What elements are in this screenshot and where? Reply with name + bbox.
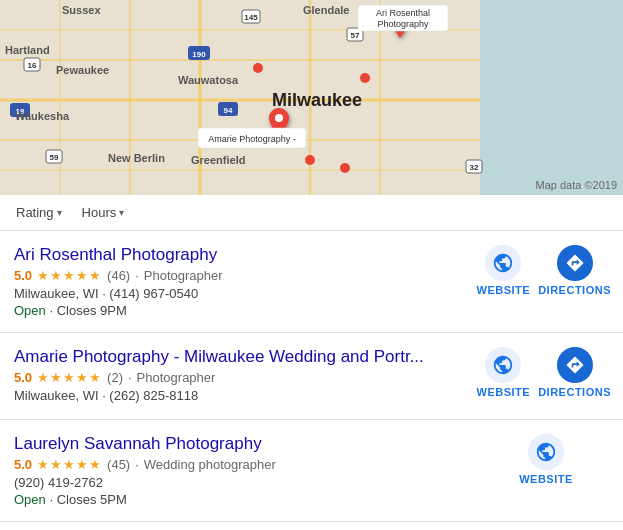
result-actions: WEBSITE — [481, 434, 611, 485]
svg-text:New Berlin: New Berlin — [108, 152, 165, 164]
rating-row: 5.0 ★★★★★ (2) · Photographer — [14, 370, 467, 385]
result-info: Laurelyn Savannah Photography 5.0 ★★★★★ … — [14, 434, 471, 507]
result-name[interactable]: Amarie Photography - Milwaukee Wedding a… — [14, 347, 467, 367]
website-button[interactable]: WEBSITE — [519, 434, 573, 485]
result-actions: WEBSITE DIRECTIONS — [477, 347, 611, 398]
svg-point-40 — [275, 114, 283, 122]
svg-point-45 — [305, 155, 315, 165]
svg-text:Amarie Photography -: Amarie Photography - — [208, 134, 296, 144]
globe-icon — [528, 434, 564, 470]
svg-text:Pewaukee: Pewaukee — [56, 64, 109, 76]
svg-rect-0 — [480, 0, 623, 195]
action-row: WEBSITE DIRECTIONS — [477, 347, 611, 398]
svg-text:Glendale: Glendale — [303, 4, 349, 16]
address-phone: (920) 419-2762 — [14, 475, 471, 490]
svg-point-44 — [360, 73, 370, 83]
action-row: WEBSITE DIRECTIONS — [477, 245, 611, 296]
close-info: · Closes 5PM — [49, 492, 126, 507]
result-item: Laurelyn Savannah Photography 5.0 ★★★★★ … — [0, 420, 623, 522]
svg-text:190: 190 — [192, 50, 206, 59]
category: Photographer — [144, 268, 223, 283]
svg-text:Milwaukee: Milwaukee — [272, 90, 362, 110]
result-item: Amarie Photography - Milwaukee Wedding a… — [0, 333, 623, 420]
rating-label: Rating — [16, 205, 54, 220]
rating-number: 5.0 — [14, 457, 32, 472]
separator: · — [135, 268, 139, 283]
result-info: Ari Rosenthal Photography 5.0 ★★★★★ (46)… — [14, 245, 467, 318]
category: Photographer — [137, 370, 216, 385]
result-name[interactable]: Laurelyn Savannah Photography — [14, 434, 471, 454]
svg-text:Waukesha: Waukesha — [15, 110, 70, 122]
separator: · — [128, 370, 132, 385]
hours-filter-button[interactable]: Hours ▾ — [78, 203, 129, 222]
globe-icon — [485, 347, 521, 383]
hours-chevron-icon: ▾ — [119, 207, 124, 218]
review-count: (45) — [107, 457, 130, 472]
stars: ★★★★★ — [37, 457, 102, 472]
action-row: WEBSITE — [519, 434, 573, 485]
website-label: WEBSITE — [477, 284, 531, 296]
stars: ★★★★★ — [37, 268, 102, 283]
open-status: Open — [14, 303, 46, 318]
hours: Open · Closes 5PM — [14, 492, 471, 507]
close-info: · Closes 9PM — [49, 303, 126, 318]
review-count: (46) — [107, 268, 130, 283]
website-label: WEBSITE — [477, 386, 531, 398]
address-phone: Milwaukee, WI · (262) 825-8118 — [14, 388, 467, 403]
directions-label: DIRECTIONS — [538, 386, 611, 398]
svg-text:59: 59 — [50, 153, 59, 162]
rating-row: 5.0 ★★★★★ (45) · Wedding photographer — [14, 457, 471, 472]
directions-button[interactable]: DIRECTIONS — [538, 245, 611, 296]
map: 94 190 18 145 57 16 59 32 Sussex Hartlan… — [0, 0, 623, 195]
directions-icon — [557, 347, 593, 383]
separator: · — [135, 457, 139, 472]
address-phone: Milwaukee, WI · (414) 967-0540 — [14, 286, 467, 301]
directions-button[interactable]: DIRECTIONS — [538, 347, 611, 398]
stars: ★★★★★ — [37, 370, 102, 385]
hours: Open · Closes 9PM — [14, 303, 467, 318]
svg-point-46 — [340, 163, 350, 173]
results-list: Ari Rosenthal Photography 5.0 ★★★★★ (46)… — [0, 231, 623, 522]
result-info: Amarie Photography - Milwaukee Wedding a… — [14, 347, 467, 405]
result-name[interactable]: Ari Rosenthal Photography — [14, 245, 467, 265]
svg-text:Ari Rosenthal: Ari Rosenthal — [376, 8, 430, 18]
category: Wedding photographer — [144, 457, 276, 472]
svg-text:94: 94 — [224, 106, 233, 115]
svg-text:16: 16 — [28, 61, 37, 70]
filter-bar: Rating ▾ Hours ▾ — [0, 195, 623, 231]
svg-text:32: 32 — [470, 163, 479, 172]
rating-row: 5.0 ★★★★★ (46) · Photographer — [14, 268, 467, 283]
svg-point-43 — [253, 63, 263, 73]
rating-number: 5.0 — [14, 370, 32, 385]
svg-text:145: 145 — [244, 13, 258, 22]
svg-text:Photography: Photography — [377, 19, 429, 29]
globe-icon — [485, 245, 521, 281]
open-status: Open — [14, 492, 46, 507]
review-count: (2) — [107, 370, 123, 385]
rating-number: 5.0 — [14, 268, 32, 283]
result-actions: WEBSITE DIRECTIONS — [477, 245, 611, 296]
website-button[interactable]: WEBSITE — [477, 347, 531, 398]
hours-label: Hours — [82, 205, 117, 220]
svg-text:57: 57 — [351, 31, 360, 40]
svg-text:Greenfield: Greenfield — [191, 154, 245, 166]
result-item: Ari Rosenthal Photography 5.0 ★★★★★ (46)… — [0, 231, 623, 333]
website-button[interactable]: WEBSITE — [477, 245, 531, 296]
svg-text:Sussex: Sussex — [62, 4, 101, 16]
directions-label: DIRECTIONS — [538, 284, 611, 296]
directions-icon — [557, 245, 593, 281]
website-label: WEBSITE — [519, 473, 573, 485]
rating-chevron-icon: ▾ — [57, 207, 62, 218]
svg-text:Wauwatosa: Wauwatosa — [178, 74, 239, 86]
map-copyright: Map data ©2019 — [536, 179, 618, 191]
rating-filter-button[interactable]: Rating ▾ — [12, 203, 66, 222]
svg-text:Hartland: Hartland — [5, 44, 50, 56]
